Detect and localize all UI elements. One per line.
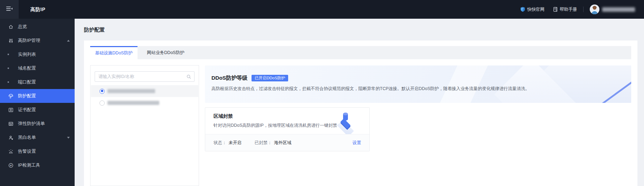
umbrella-icon [8,94,13,99]
instance-panel [90,65,199,186]
list-icon [8,121,13,126]
tab-label: 网站业务DDoS防护 [147,50,184,56]
chevron-up-icon [67,40,70,42]
tab-label: 基础设施DDoS防护 [95,50,132,56]
instance-name-redacted [107,101,159,105]
chevron-down-icon [67,137,70,139]
help-manual-label: 帮助手册 [560,7,577,12]
sidebar-item-label: 黑白名单 [18,134,36,141]
ddos-protection-banner: DDoS防护等级 已开启DDoS防护 高防根据历史攻击特点，过滤攻击特征的报文，… [205,65,631,103]
sidebar-item-alert-settings[interactable]: 告警设置 [0,144,75,158]
tab-infrastructure-ddos[interactable]: 基础设施DDoS防护 [90,46,138,59]
product-title: 高防IP [30,0,45,19]
search-icon [186,74,191,81]
sidebar-nav: 总览 高防IP管理 实例列表 域名配置 端口配置 [0,19,75,186]
sidebar-item-port-config[interactable]: 端口配置 [0,75,75,89]
sidebar-item-ip-management[interactable]: 高防IP管理 [0,34,75,47]
topbar: 高防IP 快快官网 帮助手册 [0,0,644,19]
region-block-footer: 状态： 未开启 已封禁： 海外区域 设置 [205,134,369,151]
sidebar-item-elastic-protection-list[interactable]: 弹性防护清单 [0,117,75,131]
region-settings-link[interactable]: 设置 [352,140,361,146]
sidebar-item-label: 告警设置 [18,148,36,154]
sidebar-item-label: 高防IP管理 [18,37,40,44]
sidebar-item-label: 证书配置 [18,107,36,113]
sidebar-item-black-white-list[interactable]: 黑白名单 [0,131,75,144]
user-avatar[interactable] [590,5,599,14]
official-site-link[interactable]: 快快官网 [520,7,544,12]
instance-search-input[interactable] [95,72,194,81]
sliders-icon [8,38,13,43]
instance-name-redacted [107,89,155,93]
instance-search-box [95,71,195,82]
sidebar-item-protection-config[interactable]: 防护配置 [0,89,75,103]
sidebar-collapse-button[interactable] [0,0,19,19]
person-icon [8,135,13,140]
book-icon [553,7,558,12]
status-label: 状态： [214,140,227,146]
avatar-body [591,11,598,14]
radio-unselected-icon[interactable] [100,100,105,106]
banned-value: 海外区域 [274,140,291,146]
username-redacted[interactable] [602,7,635,12]
banner-description: 高防根据历史攻击特点，过滤攻击特征的报文，拦截不符合协议规范的报文，阻断异常的T… [211,86,530,92]
sidebar-item-domain-config[interactable]: 域名配置 [0,61,75,75]
region-block-title: 区域封禁 [214,113,233,119]
page-title: 防护配置 [84,27,105,33]
region-block-card: 区域封禁 针对访问DDoS高防的源IP，按地理区域在清洗机房进行一键封禁 状态：… [205,107,370,151]
topbar-right: 快快官网 帮助手册 [520,0,635,19]
banner-title: DDoS防护等级 [211,74,247,82]
bullet-icon [8,54,9,55]
region-block-stamp-icon [337,111,354,132]
shield-icon [520,7,525,12]
help-manual-link[interactable]: 帮助手册 [553,7,577,12]
avatar-head [593,6,596,10]
topbar-divider [583,7,584,12]
official-site-label: 快快官网 [527,7,544,12]
hamburger-collapse-icon [6,6,13,13]
sidebar-item-label: 弹性防护清单 [18,121,45,127]
sidebar-item-label: 总览 [18,24,27,30]
sidebar-item-label: 域名配置 [18,65,36,71]
ip-circle-icon: IP [8,163,13,168]
banned-label: 已封禁： [255,140,272,146]
home-icon [8,24,13,29]
banner-decoration [433,65,488,103]
sidebar-item-label: IP检测工具 [18,162,40,168]
instance-row-selected[interactable] [91,85,198,97]
certificate-icon [8,107,13,113]
sidebar-item-ip-detection-tool[interactable]: IP IP检测工具 [0,158,75,172]
sidebar-item-overview[interactable]: 总览 [0,20,75,34]
alarm-icon [8,149,13,154]
tab-website-ddos[interactable]: 网站业务DDoS防护 [138,46,194,59]
bullet-icon [8,81,9,83]
sidebar-item-label: 端口配置 [18,79,36,85]
bullet-icon [8,68,9,69]
sidebar-item-certificate-config[interactable]: 证书配置 [0,103,75,117]
sidebar-item-label: 防护配置 [18,93,36,99]
region-block-description: 针对访问DDoS高防的源IP，按地理区域在清洗机房进行一键封禁 [214,123,337,129]
ddos-enabled-badge: 已开启DDoS防护 [252,75,288,82]
radio-selected-icon[interactable] [100,89,105,94]
sidebar-item-instance-list[interactable]: 实例列表 [0,47,75,61]
svg-text:IP: IP [10,164,12,166]
tabs-bar: 基础设施DDoS防护 网站业务DDoS防护 [90,46,631,59]
instance-row[interactable] [91,97,198,109]
sidebar-item-label: 实例列表 [18,51,36,57]
status-value: 未开启 [229,140,242,146]
